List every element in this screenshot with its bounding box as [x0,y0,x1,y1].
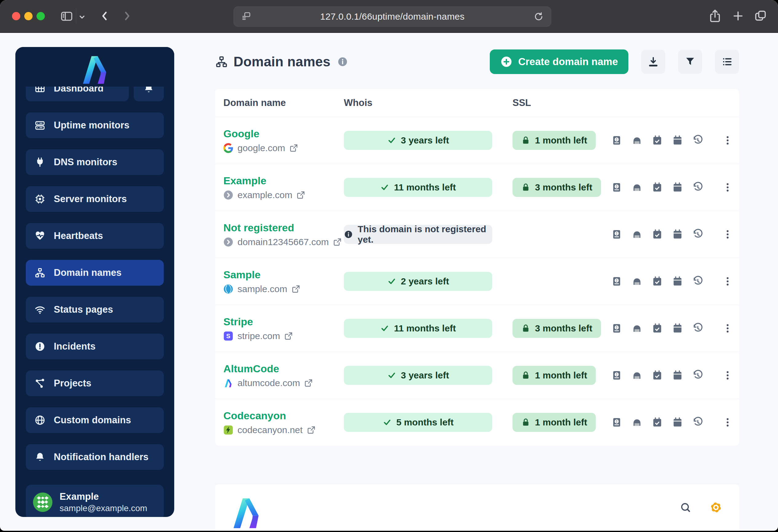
whois-details-button[interactable] [611,369,623,381]
hosting-info-button[interactable] [631,417,643,428]
ssl-reminders-button[interactable] [672,135,683,146]
create-domain-name-button[interactable]: Create domain name [490,50,628,74]
sidebar-item-projects[interactable]: Projects [26,370,164,396]
whois-reminders-button[interactable] [651,182,663,193]
chevron-down-icon[interactable] [77,12,87,21]
whois-reminders-button[interactable] [651,369,663,381]
sidebar-item-uptime-monitors[interactable]: Uptime monitors [26,112,164,138]
ssl-badge: 1 month left [513,413,596,432]
minimize-window-button[interactable] [24,12,32,20]
domain-title-link[interactable]: Codecanyon [223,410,286,422]
external-link-icon[interactable] [292,285,300,293]
row-menu-button[interactable] [720,370,735,381]
whois-details-button[interactable] [611,417,623,428]
sidebar-item-heartbeats[interactable]: Heartbeats [26,223,164,249]
external-link-icon[interactable] [333,238,342,246]
sidebar-item-dashboard[interactable]: Dashboard [26,87,129,101]
history-button[interactable] [692,182,704,193]
search-button[interactable] [679,501,692,514]
history-button[interactable] [692,275,704,287]
tab-overview-icon[interactable] [754,9,768,23]
sidebar-row: Incidents [26,334,164,370]
whois-details-button[interactable] [611,323,623,334]
history-button[interactable] [692,135,704,146]
ssl-reminders-button[interactable] [672,323,683,334]
domain-title-link[interactable]: Google [223,128,259,140]
sidebar-item-notification-handlers[interactable]: Notification handlers [26,444,164,470]
row-menu-button[interactable] [720,276,735,287]
hosting-info-button[interactable] [631,135,643,146]
reload-icon[interactable] [533,11,544,22]
close-window-button[interactable] [12,12,20,20]
settings-button[interactable] [709,501,722,514]
history-button[interactable] [692,323,704,334]
sidebar-item-server-monitors[interactable]: Server monitors [26,186,164,212]
back-button[interactable] [98,9,112,23]
domain-title-link[interactable]: Not registered [223,222,294,234]
ssl-cell: 1 month left [513,131,605,150]
whois-reminders-button[interactable] [651,275,663,287]
hosting-info-button[interactable] [631,369,643,381]
hosting-info-button[interactable] [631,229,643,240]
whois-details-button[interactable] [611,135,623,146]
calendar-icon [672,323,683,334]
row-menu-button[interactable] [720,182,735,193]
domain-title-link[interactable]: Stripe [223,316,253,328]
external-link-icon[interactable] [304,379,313,387]
new-tab-icon[interactable] [731,9,745,23]
user-menu[interactable]: Examplesample@example.com [26,485,164,517]
sidebar-toggle-icon[interactable] [60,9,73,23]
ssl-reminders-button[interactable] [672,182,683,193]
zoom-window-button[interactable] [36,12,45,20]
sidebar-item-status-pages[interactable]: Status pages [26,297,164,323]
whois-reminders-button[interactable] [651,417,663,428]
sidebar-item-dns-monitors[interactable]: DNS monitors [26,149,164,175]
ssl-reminders-button[interactable] [672,417,683,428]
history-icon [692,229,703,240]
whois-reminders-button[interactable] [651,229,663,240]
external-link-icon[interactable] [307,426,316,434]
row-menu-button[interactable] [720,135,735,146]
address-bar[interactable]: 127.0.0.1/66uptime/domain-names [234,6,551,27]
external-link-icon[interactable] [290,144,298,152]
hosting-info-button[interactable] [631,323,643,334]
share-icon[interactable] [708,9,722,23]
domain-title-link[interactable]: AltumCode [223,363,279,375]
row-menu-button[interactable] [720,417,735,428]
calendar-check-icon [652,135,663,146]
domain-title-link[interactable]: Sample [223,269,260,281]
hosting-info-button[interactable] [631,275,643,287]
export-button[interactable] [641,50,665,74]
row-menu-button[interactable] [720,323,735,334]
ssl-reminders-button[interactable] [672,229,683,240]
page-settings-icon[interactable] [241,11,252,22]
info-icon[interactable] [337,56,348,67]
row-menu-button[interactable] [720,229,735,240]
sidebar-item-custom-domains[interactable]: Custom domains [26,407,164,433]
list-view-button[interactable] [715,50,739,74]
table-row: Codecanyoncodecanyon.net5 months left1 m… [215,399,739,446]
sidebar-item-domain-names[interactable]: Domain names [26,260,164,286]
external-link-icon[interactable] [297,191,305,199]
whois-reminders-button[interactable] [651,135,663,146]
filter-button[interactable] [678,50,702,74]
history-button[interactable] [692,369,704,381]
alert-icon [34,341,46,352]
kebab-icon [722,182,733,193]
history-button[interactable] [692,229,704,240]
notifications-bell-button[interactable] [134,87,164,101]
forward-button[interactable] [120,9,134,23]
whois-details-button[interactable] [611,275,623,287]
history-icon [692,370,703,381]
ssl-reminders-button[interactable] [672,275,683,287]
hosting-info-button[interactable] [631,182,643,193]
whois-details-button[interactable] [611,229,623,240]
external-link-icon[interactable] [284,332,293,340]
domain-title-link[interactable]: Example [223,175,266,187]
history-button[interactable] [692,417,704,428]
whois-reminders-button[interactable] [651,323,663,334]
whois-details-button[interactable] [611,182,623,193]
browser-toolbar: 127.0.0.1/66uptime/domain-names [0,0,778,33]
ssl-reminders-button[interactable] [672,369,683,381]
sidebar-item-incidents[interactable]: Incidents [26,334,164,359]
